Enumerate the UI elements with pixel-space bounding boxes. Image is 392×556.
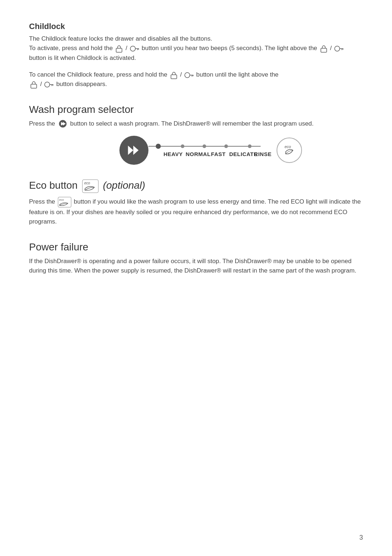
svg-marker-24 (133, 146, 139, 155)
program-heavy: HEAVY (161, 151, 186, 157)
eco-icon-body: eco (58, 197, 72, 208)
svg-rect-5 (321, 48, 327, 52)
svg-rect-0 (116, 48, 122, 52)
key-icon-3 (184, 72, 194, 78)
wash-program-title: Wash program selector (29, 104, 363, 115)
key-icon-4 (44, 81, 54, 88)
power-failure-text: If the DishDrawer® is operating and a po… (29, 257, 363, 276)
lock-icon-2 (320, 45, 328, 53)
eco-button-section: Eco button eco (optional) Press the (29, 179, 363, 227)
childlock-text3: To cancel the Childlock feature, press a… (29, 70, 363, 89)
wash-program-text: Press the button to select a wash progra… (29, 119, 363, 128)
eco-button-title-row: Eco button eco (optional) (29, 179, 363, 193)
power-failure-section: Power failure If the DishDrawer® is oper… (29, 241, 363, 276)
eco-circle-diagram: eco (277, 138, 302, 163)
svg-text:eco: eco (84, 181, 90, 185)
svg-point-11 (185, 73, 190, 78)
svg-text:eco: eco (285, 144, 291, 149)
large-forward-button (119, 136, 148, 165)
lock-icon-4 (30, 81, 38, 89)
key-icon-2 (334, 45, 344, 52)
childlock-section: Childlock The Childlock feature locks th… (29, 22, 363, 89)
program-normal: NORMAL (186, 151, 208, 157)
lock-icon (115, 45, 123, 53)
lock-icon-3 (170, 71, 178, 79)
childlock-title: Childlock (29, 22, 363, 31)
childlock-text1: The Childlock feature locks the drawer a… (29, 34, 363, 44)
svg-point-6 (335, 46, 340, 51)
program-fast: FAST (208, 151, 229, 157)
power-failure-title: Power failure (29, 241, 363, 253)
program-delicate: DELICATE (229, 151, 253, 157)
svg-rect-15 (31, 84, 37, 88)
wash-program-section: Wash program selector Press the button t… (29, 104, 363, 165)
eco-button-text: Press the eco button if you would like t… (29, 197, 363, 227)
forward-button-icon-inline (58, 120, 68, 128)
svg-point-16 (45, 82, 50, 87)
svg-rect-10 (171, 75, 177, 79)
childlock-text2: To activate, press and hold the / button… (29, 44, 363, 63)
program-rinse: RINSE (253, 151, 273, 157)
key-icon (130, 45, 139, 52)
eco-icon-title: eco (82, 179, 99, 193)
program-diagram: HEAVY NORMAL FAST DELICATE RINSE eco (58, 136, 363, 165)
page-number: 3 (359, 534, 363, 541)
svg-point-1 (130, 46, 135, 51)
eco-button-title: Eco button eco (optional) (29, 179, 145, 193)
svg-text:eco: eco (59, 198, 64, 201)
svg-marker-23 (128, 146, 133, 155)
